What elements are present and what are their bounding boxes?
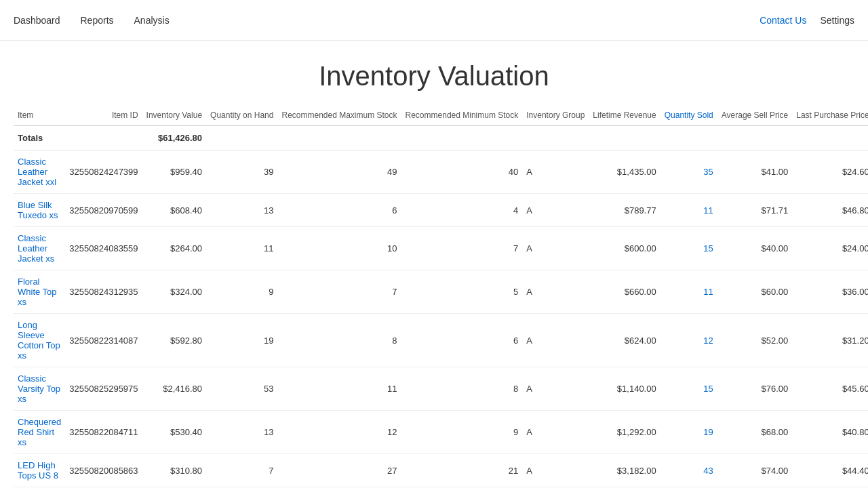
cell-inventory-group: A bbox=[522, 150, 589, 194]
cell-lifetime-revenue: $660.00 bbox=[589, 270, 660, 314]
cell-last-purchase-price: $44.40 bbox=[792, 454, 868, 487]
cell-rec-max-stock: 8 bbox=[277, 314, 401, 367]
cell-inventory-value: $310.80 bbox=[142, 454, 207, 487]
cell-qty-sold: 11 bbox=[660, 270, 717, 314]
cell-inventory-value: $608.40 bbox=[142, 194, 207, 227]
cell-item-name[interactable]: LED High Tops US 8 bbox=[14, 454, 65, 487]
cell-inventory-value: $2,416.80 bbox=[142, 367, 207, 411]
col-rec-min-stock: Recommended Minimum Stock bbox=[401, 105, 523, 126]
col-inventory-value: Inventory Value bbox=[142, 105, 207, 126]
nav-item-dashboard[interactable]: Dashboard bbox=[14, 12, 60, 28]
cell-item-name[interactable]: Blue Silk Tuxedo xs bbox=[14, 194, 65, 227]
header-row: Item Item ID Inventory Value Quantity on… bbox=[14, 105, 868, 126]
cell-inventory-group: A bbox=[522, 367, 589, 411]
cell-item-name[interactable]: Floral White Top xs bbox=[14, 270, 65, 314]
nav-item-contact-us[interactable]: Contact Us bbox=[760, 12, 806, 28]
cell-avg-sell-price: $41.00 bbox=[717, 150, 793, 194]
col-item-id: Item ID bbox=[65, 105, 142, 126]
cell-last-purchase-price: $24.00 bbox=[792, 227, 868, 270]
table-row: Floral White Top xs 32550824312935 $324.… bbox=[14, 270, 868, 314]
cell-qty-sold: 12 bbox=[660, 314, 717, 367]
col-avg-sell-price: Average Sell Price bbox=[717, 105, 793, 126]
cell-rec-min-stock: 6 bbox=[401, 314, 523, 367]
cell-item-id: 32550822314087 bbox=[65, 314, 142, 367]
nav-item-analysis[interactable]: Analysis bbox=[134, 12, 170, 28]
table-body: Totals $61,426.80 Classic Leather Jacket… bbox=[14, 126, 868, 489]
cell-rec-min-stock: 9 bbox=[401, 411, 523, 454]
cell-inventory-group: A bbox=[522, 454, 589, 487]
cell-item-name[interactable]: Chequered Red Shirt xs bbox=[14, 411, 65, 454]
table-container: Item Item ID Inventory Value Quantity on… bbox=[0, 105, 868, 488]
cell-qty-sold: 11 bbox=[660, 194, 717, 227]
page-title-container: Inventory Valuation bbox=[0, 41, 868, 105]
cell-qty-on-hand: 13 bbox=[206, 411, 277, 454]
cell-inventory-group: A bbox=[522, 411, 589, 454]
cell-qty-sold: 15 bbox=[660, 367, 717, 411]
nav-item-settings[interactable]: Settings bbox=[820, 12, 854, 28]
cell-qty-on-hand: 13 bbox=[206, 194, 277, 227]
col-inventory-group: Inventory Group bbox=[522, 105, 589, 126]
cell-inventory-group: A bbox=[522, 270, 589, 314]
cell-rec-min-stock: 5 bbox=[401, 270, 523, 314]
cell-rec-min-stock: 8 bbox=[401, 367, 523, 411]
table-row: Chequered Red Shirt xs 32550822084711 $5… bbox=[14, 411, 868, 454]
col-lifetime-revenue: Lifetime Revenue bbox=[589, 105, 660, 126]
cell-inventory-value: $324.00 bbox=[142, 270, 207, 314]
cell-last-purchase-price: $46.80 bbox=[792, 194, 868, 227]
cell-inventory-group: A bbox=[522, 194, 589, 227]
cell-lifetime-revenue: $1,435.00 bbox=[589, 150, 660, 194]
cell-rec-max-stock: 10 bbox=[277, 227, 401, 270]
cell-lifetime-revenue: $624.00 bbox=[589, 314, 660, 367]
cell-item-id: 32550824247399 bbox=[65, 150, 142, 194]
col-last-purchase-price: Last Purchase Price bbox=[792, 105, 868, 126]
cell-avg-sell-price: $74.00 bbox=[717, 454, 793, 487]
cell-rec-max-stock: 7 bbox=[277, 270, 401, 314]
cell-last-purchase-price: $45.60 bbox=[792, 367, 868, 411]
cell-avg-sell-price: $60.00 bbox=[717, 270, 793, 314]
nav-item-reports[interactable]: Reports bbox=[81, 12, 114, 28]
totals-inventory-value: $61,426.80 bbox=[142, 126, 207, 150]
col-item: Item bbox=[14, 105, 65, 126]
cell-rec-max-stock: 12 bbox=[277, 411, 401, 454]
cell-item-name[interactable]: Classic Leather Jacket xxl bbox=[14, 150, 65, 194]
cell-inventory-value: $264.00 bbox=[142, 227, 207, 270]
cell-inventory-value: $592.80 bbox=[142, 314, 207, 367]
cell-item-name[interactable]: Classic Leather Jacket xs bbox=[14, 227, 65, 270]
cell-qty-on-hand: 7 bbox=[206, 454, 277, 487]
nav-right: Contact Us Settings bbox=[760, 12, 854, 28]
cell-avg-sell-price: $76.00 bbox=[717, 367, 793, 411]
cell-qty-sold: 19 bbox=[660, 411, 717, 454]
cell-inventory-group: A bbox=[522, 227, 589, 270]
col-qty-sold: Quantity Sold bbox=[660, 105, 717, 126]
cell-lifetime-revenue: $600.00 bbox=[589, 227, 660, 270]
page-title: Inventory Valuation bbox=[0, 61, 868, 92]
cell-avg-sell-price: $40.00 bbox=[717, 227, 793, 270]
cell-inventory-value: $959.40 bbox=[142, 150, 207, 194]
table-row: Long Sleeve Cotton Top xs 32550822314087… bbox=[14, 314, 868, 367]
cell-rec-min-stock: 21 bbox=[401, 454, 523, 487]
cell-rec-min-stock: 7 bbox=[401, 227, 523, 270]
cell-item-name[interactable]: Classic Varsity Top xs bbox=[14, 367, 65, 411]
table-row: LED High Tops US 8 32550820085863 $310.8… bbox=[14, 454, 868, 487]
cell-qty-on-hand: 11 bbox=[206, 227, 277, 270]
cell-item-id: 32550820085863 bbox=[65, 454, 142, 487]
table-row: Classic Leather Jacket xs 32550824083559… bbox=[14, 227, 868, 270]
table-row: Classic Leather Jacket xxl 3255082424739… bbox=[14, 150, 868, 194]
navigation: Dashboard Reports Analysis Contact Us Se… bbox=[0, 0, 868, 41]
cell-qty-on-hand: 39 bbox=[206, 150, 277, 194]
totals-item-id bbox=[65, 126, 142, 150]
cell-lifetime-revenue: $1,140.00 bbox=[589, 367, 660, 411]
cell-item-name[interactable]: Long Sleeve Cotton Top xs bbox=[14, 314, 65, 367]
totals-label: Totals bbox=[14, 126, 65, 150]
cell-last-purchase-price: $31.20 bbox=[792, 314, 868, 367]
cell-item-id: 32550820970599 bbox=[65, 194, 142, 227]
cell-lifetime-revenue: $3,182.00 bbox=[589, 454, 660, 487]
cell-qty-on-hand: 19 bbox=[206, 314, 277, 367]
cell-last-purchase-price: $24.60 bbox=[792, 150, 868, 194]
cell-qty-sold: 15 bbox=[660, 227, 717, 270]
totals-row: Totals $61,426.80 bbox=[14, 126, 868, 150]
cell-avg-sell-price: $71.71 bbox=[717, 194, 793, 227]
cell-last-purchase-price: $36.00 bbox=[792, 270, 868, 314]
cell-qty-on-hand: 53 bbox=[206, 367, 277, 411]
cell-avg-sell-price: $68.00 bbox=[717, 411, 793, 454]
